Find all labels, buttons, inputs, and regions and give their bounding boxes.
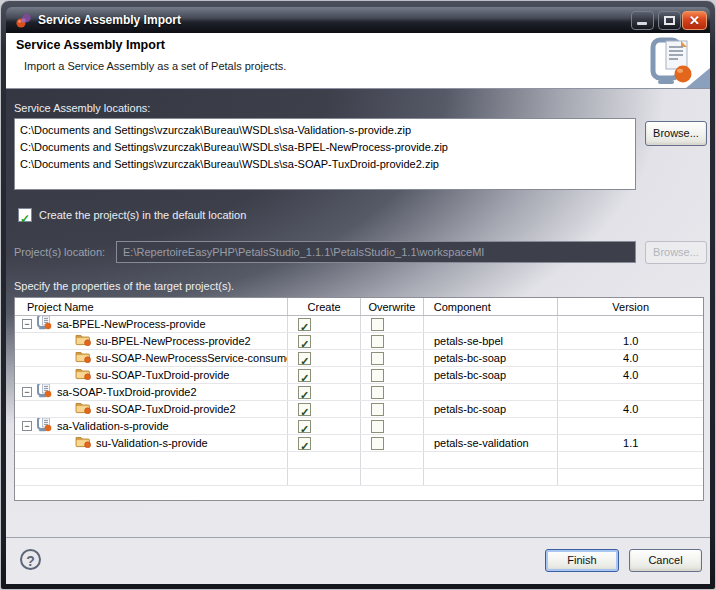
project-name: sa-BPEL-NewProcess-provide — [57, 316, 206, 332]
default-location-label: Create the project(s) in the default loc… — [39, 209, 246, 221]
table-row[interactable]: su-SOAP-TuxDroid-provide2 ✓ ✓ petals-bc-… — [15, 401, 703, 418]
window-frame: Service Assembly Import ✕ Service Assemb… — [0, 0, 716, 590]
service-assembly-import-dialog: Service Assembly Import ✕ Service Assemb… — [0, 0, 716, 590]
help-icon: ? — [26, 553, 35, 569]
table-row[interactable]: − sa-SOAP-TuxDroid-provide2 ✓ ✓ — [15, 384, 703, 401]
component-cell — [424, 384, 559, 400]
tree-collapse-icon[interactable]: − — [22, 319, 32, 329]
location-item[interactable]: C:\Documents and Settings\vzurczak\Burea… — [20, 122, 630, 139]
component-cell: petals-se-validation — [424, 435, 559, 451]
table-row[interactable]: su-BPEL-NewProcess-provide2 ✓ ✓ petals-s… — [15, 333, 703, 350]
table-row[interactable]: − sa-BPEL-NewProcess-provide ✓ ✓ — [15, 316, 703, 333]
version-cell — [558, 384, 703, 400]
create-checkbox[interactable]: ✓ — [298, 318, 311, 331]
check-icon: ✓ — [20, 212, 30, 226]
project-name: su-BPEL-NewProcess-provide2 — [96, 333, 251, 349]
tree-collapse-icon[interactable]: − — [22, 421, 32, 431]
overwrite-checkbox[interactable]: ✓ — [371, 352, 384, 365]
overwrite-checkbox[interactable]: ✓ — [371, 369, 384, 382]
browse-project-location-button[interactable]: Browse... — [645, 241, 707, 264]
service-assembly-icon — [37, 418, 52, 434]
minimize-button[interactable] — [631, 11, 654, 30]
version-cell — [558, 316, 703, 332]
component-cell — [424, 418, 559, 434]
wizard-banner: Service Assembly Import Import a Service… — [6, 33, 710, 89]
title-bar[interactable]: Service Assembly Import ✕ — [6, 7, 710, 33]
page-title: Service Assembly Import — [16, 38, 165, 52]
version-cell: 4.0 — [558, 350, 703, 366]
component-cell: petals-bc-soap — [424, 367, 559, 383]
location-item[interactable]: C:\Documents and Settings\vzurczak\Burea… — [20, 156, 630, 173]
project-name: su-SOAP-NewProcessService-consume — [96, 350, 288, 366]
column-version[interactable]: Version — [558, 298, 703, 315]
component-cell: petals-bc-soap — [424, 401, 559, 417]
overwrite-checkbox[interactable]: ✓ — [371, 386, 384, 399]
projects-table[interactable]: Project Name Create Overwrite Component … — [14, 297, 704, 501]
properties-label: Specify the properties of the target pro… — [14, 280, 234, 292]
wizard-page-body: Service Assembly locations: C:\Documents… — [6, 89, 710, 537]
empty-table-row — [15, 469, 703, 486]
help-button[interactable]: ? — [20, 549, 41, 570]
project-name: su-Validation-s-provide — [96, 435, 208, 451]
minimize-icon — [637, 22, 647, 25]
project-name: su-SOAP-TuxDroid-provide2 — [96, 401, 236, 417]
overwrite-checkbox[interactable]: ✓ — [371, 318, 384, 331]
create-checkbox[interactable]: ✓ — [298, 352, 311, 365]
maximize-button[interactable] — [658, 11, 681, 30]
browse-locations-button[interactable]: Browse... — [645, 121, 707, 146]
version-cell: 1.1 — [558, 435, 703, 451]
window-title: Service Assembly Import — [38, 7, 181, 33]
maximize-icon — [664, 16, 675, 25]
table-row[interactable]: su-Validation-s-provide ✓ ✓ petals-se-va… — [15, 435, 703, 452]
version-cell: 4.0 — [558, 401, 703, 417]
cancel-button[interactable]: Cancel — [629, 549, 702, 572]
service-unit-folder-icon — [75, 367, 91, 383]
overwrite-checkbox[interactable]: ✓ — [371, 437, 384, 450]
table-header: Project Name Create Overwrite Component … — [15, 298, 703, 316]
overwrite-checkbox[interactable]: ✓ — [371, 420, 384, 433]
column-project-name[interactable]: Project Name — [15, 298, 288, 315]
default-location-checkbox[interactable]: ✓ — [18, 208, 32, 222]
petals-logo-icon — [15, 12, 33, 33]
component-cell — [424, 316, 559, 332]
version-cell — [558, 418, 703, 434]
create-checkbox[interactable]: ✓ — [298, 369, 311, 382]
component-cell: petals-bc-soap — [424, 350, 559, 366]
service-assembly-icon — [37, 384, 52, 400]
overwrite-checkbox[interactable]: ✓ — [371, 403, 384, 416]
create-checkbox[interactable]: ✓ — [298, 335, 311, 348]
project-location-field[interactable]: E:\RepertoireEasyPHP\PetalsStudio_1.1.1\… — [116, 241, 636, 263]
locations-label: Service Assembly locations: — [14, 102, 150, 114]
empty-table-row — [15, 452, 703, 469]
table-row[interactable]: su-SOAP-TuxDroid-provide ✓ ✓ petals-bc-s… — [15, 367, 703, 384]
column-component[interactable]: Component — [424, 298, 559, 315]
create-checkbox[interactable]: ✓ — [298, 386, 311, 399]
column-overwrite[interactable]: Overwrite — [361, 298, 424, 315]
overwrite-checkbox[interactable]: ✓ — [371, 335, 384, 348]
service-assembly-icon — [37, 316, 52, 332]
service-unit-folder-icon — [75, 350, 91, 366]
create-checkbox[interactable]: ✓ — [298, 437, 311, 450]
tree-collapse-icon[interactable]: − — [22, 387, 32, 397]
project-name: su-SOAP-TuxDroid-provide — [96, 367, 229, 383]
version-cell: 1.0 — [558, 333, 703, 349]
table-row[interactable]: − sa-Validation-s-provide ✓ ✓ — [15, 418, 703, 435]
project-name: sa-SOAP-TuxDroid-provide2 — [57, 384, 197, 400]
create-checkbox[interactable]: ✓ — [298, 403, 311, 416]
component-cell: petals-se-bpel — [424, 333, 559, 349]
create-checkbox[interactable]: ✓ — [298, 420, 311, 433]
table-row[interactable]: su-SOAP-NewProcessService-consume ✓ ✓ pe… — [15, 350, 703, 367]
project-name: sa-Validation-s-provide — [57, 418, 169, 434]
banner-corner-decoration — [686, 68, 710, 88]
page-description: Import a Service Assembly as a set of Pe… — [24, 60, 286, 72]
button-bar: ? Finish Cancel — [6, 538, 710, 584]
service-unit-folder-icon — [75, 435, 91, 451]
finish-button[interactable]: Finish — [545, 549, 619, 572]
project-location-label: Project(s) location: — [14, 246, 105, 258]
close-button[interactable]: ✕ — [682, 11, 707, 30]
close-icon: ✕ — [683, 12, 706, 30]
location-item[interactable]: C:\Documents and Settings\vzurczak\Burea… — [20, 139, 630, 156]
assembly-locations-list[interactable]: C:\Documents and Settings\vzurczak\Burea… — [14, 118, 636, 190]
service-unit-folder-icon — [75, 401, 91, 417]
column-create[interactable]: Create — [288, 298, 361, 315]
